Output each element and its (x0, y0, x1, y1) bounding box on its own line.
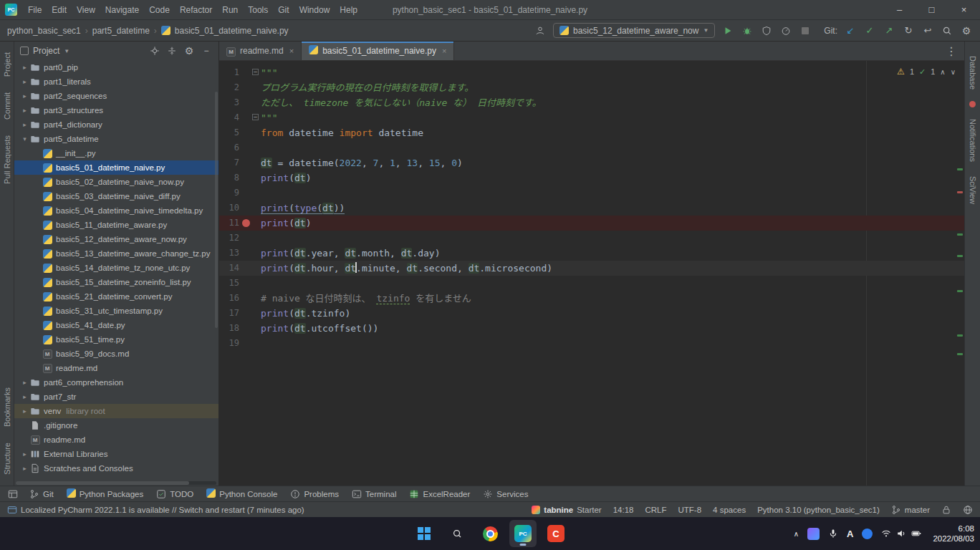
tree-chevron-icon[interactable]: ▾ (20, 135, 29, 143)
tree-item-part1-literals[interactable]: ▸part1_literals (14, 74, 218, 89)
tree-item-basic5-11-datetime-aware-py[interactable]: basic5_11_datetime_aware.py (14, 218, 218, 232)
tool-window-stripe-notifications[interactable]: Notifications (969, 119, 977, 162)
tree-item-part5-datetime[interactable]: ▾part5_datetime (14, 132, 218, 146)
tree-item-basic5-31-utc-timestamp-py[interactable]: basic5_31_utc_timestamp.py (14, 304, 218, 318)
network-volume-battery[interactable] (881, 529, 921, 539)
breadcrumb-item-part5-datetime[interactable]: part5_datetime (92, 26, 150, 36)
tree-item-part3-structures[interactable]: ▸part3_structures (14, 103, 218, 117)
start-button[interactable] (410, 520, 438, 547)
settings-icon[interactable]: ⚙ (960, 24, 973, 37)
tool-window-button-services[interactable]: Services (476, 486, 534, 501)
tree-item-basic5-14-datetime-tz-none-utc-py[interactable]: basic5_14_datetime_tz_none_utc.py (14, 261, 218, 275)
tree-item-basic5-21-datetime-convert-py[interactable]: basic5_21_datetime_convert.py (14, 289, 218, 304)
menu-help[interactable]: Help (335, 0, 362, 19)
indent-widget[interactable]: 4 spaces (713, 506, 746, 514)
fold-icon[interactable]: − (252, 69, 259, 75)
encoding-widget[interactable]: UTF-8 (678, 506, 702, 514)
lock-icon[interactable] (941, 505, 951, 515)
tree-item-external-libraries[interactable]: ▸External Libraries (14, 447, 218, 461)
maximize-button[interactable]: □ (916, 0, 948, 19)
tree-item-basic5-41-date-py[interactable]: basic5_41_date.py (14, 318, 218, 332)
rollback-button[interactable]: ↩ (921, 24, 934, 37)
code-text[interactable]: """ (261, 110, 277, 125)
error-stripe-mark[interactable] (957, 353, 963, 355)
interpreter-widget[interactable]: Python 3.10 (python_basic_sec1) (757, 506, 880, 514)
tool-window-stripe-commit[interactable]: Commit (3, 92, 11, 120)
taskbar-search-button[interactable] (443, 520, 471, 547)
gutter-line-10[interactable]: 10 (219, 201, 261, 216)
tree-item-readme-md[interactable]: Mreadme.md (14, 433, 218, 447)
error-stripe-mark[interactable] (957, 334, 963, 337)
tree-item-part2-sequences[interactable]: ▸part2_sequences (14, 89, 218, 103)
tab-close-icon[interactable]: × (442, 47, 446, 55)
tree-chevron-icon[interactable]: ▸ (20, 450, 29, 458)
menu-edit[interactable]: Edit (47, 0, 72, 19)
caret-position-widget[interactable]: 14:18 (613, 506, 634, 514)
prev-problem-icon[interactable]: ∧ (940, 68, 945, 76)
tree-item-basic5-02-datetime-naive-now-py[interactable]: basic5_02_datetime_naive_now.py (14, 175, 218, 189)
tab-options-icon[interactable]: ⋮ (938, 42, 964, 60)
tree-chevron-icon[interactable]: ▸ (20, 78, 29, 85)
stop-button[interactable] (799, 24, 812, 37)
menu-code[interactable]: Code (144, 0, 175, 19)
code-text[interactable]: ただし、 timezone を気にしない（naive な） 日付時刻です。 (261, 95, 542, 110)
next-problem-icon[interactable]: ∨ (951, 68, 956, 76)
hide-panel-icon[interactable]: − (200, 46, 213, 56)
ime-indicator[interactable]: A (847, 529, 853, 539)
tree-item-part6-comprehension[interactable]: ▸part6_comprehension (14, 375, 218, 390)
tree-item-basic5-15-datetime-zoneinfo-list-py[interactable]: basic5_15_datetime_zoneinfo_list.py (14, 275, 218, 289)
tool-window-stripe-structure[interactable]: Structure (3, 443, 11, 475)
code-text[interactable]: # naive な日付時刻は、 tzinfo を有しません (261, 291, 471, 306)
gutter-line-9[interactable]: 9 (219, 185, 261, 201)
error-stripe-mark[interactable] (957, 168, 963, 170)
refresh-button[interactable]: ↻ (902, 24, 915, 37)
menu-tools[interactable]: Tools (243, 0, 273, 19)
run-configuration-select[interactable]: basic5_12_datetime_aware_now ▼ (553, 23, 715, 38)
gutter-line-19[interactable]: 19 (219, 336, 261, 351)
menu-view[interactable]: View (72, 0, 100, 19)
tree-item-basic5-01-datetime-naive-py[interactable]: basic5_01_datetime_naive.py (14, 160, 218, 175)
tool-window-stripe-bookmarks[interactable]: Bookmarks (3, 387, 11, 427)
code-text[interactable]: from datetime import datetime (261, 125, 423, 140)
panel-settings-icon[interactable]: ⚙ (183, 45, 196, 57)
code-text[interactable]: print(dt.tzinfo) (261, 306, 350, 321)
gutter-line-8[interactable]: 8 (219, 170, 261, 185)
gutter-line-5[interactable]: 5 (219, 125, 261, 140)
error-stripe-mark[interactable] (957, 191, 963, 193)
menu-run[interactable]: Run (217, 0, 243, 19)
tool-window-stripe-pull-requests[interactable]: Pull Requests (3, 135, 11, 184)
tree-chevron-icon[interactable]: ▸ (20, 465, 29, 472)
gutter-line-6[interactable]: 6 (219, 140, 261, 155)
tree-item-venv[interactable]: ▸venvlibrary root (14, 404, 218, 418)
gutter-line-4[interactable]: 4− (219, 110, 261, 125)
gutter-line-17[interactable]: 17 (219, 306, 261, 321)
globe-icon[interactable] (963, 505, 973, 515)
tool-window-button-excelreader[interactable]: ExcelReader (403, 486, 476, 501)
breadcrumb-item-python-basic-sec1[interactable]: python_basic_sec1 (7, 26, 81, 36)
menu-refactor[interactable]: Refactor (175, 0, 217, 19)
close-button[interactable]: × (948, 0, 980, 19)
microphone-icon[interactable] (828, 529, 838, 539)
commit-button[interactable]: ✓ (863, 24, 876, 37)
tabnine-widget[interactable]: tabnine Starter (532, 506, 601, 514)
tree-chevron-icon[interactable]: ▸ (20, 379, 29, 386)
tree-item-part4-dictionary[interactable]: ▸part4_dictionary (14, 117, 218, 132)
tool-window-button-git[interactable]: Git (23, 486, 60, 501)
code-text[interactable]: print(dt.utcoffset()) (261, 321, 378, 336)
error-stripe-mark[interactable] (957, 233, 963, 236)
tool-window-button-problems[interactable]: Problems (284, 486, 345, 501)
project-horizontal-scrollbar[interactable] (16, 481, 216, 485)
taskbar-clock[interactable]: 6:08 2022/08/03 (933, 524, 974, 544)
tool-window-stripe-sciview[interactable]: SciView (969, 176, 977, 204)
tool-window-button-python-console[interactable]: Python Console (200, 486, 284, 501)
tree-item-readme-md[interactable]: Mreadme.md (14, 361, 218, 375)
tree-chevron-icon[interactable]: ▸ (20, 92, 29, 100)
code-text[interactable]: print(dt.hour, dt.minute, dt.second, dt.… (261, 261, 552, 276)
pycharm-app-icon[interactable]: PC (509, 520, 537, 547)
code-text[interactable]: print(dt) (261, 170, 311, 185)
editor-error-stripe[interactable] (956, 82, 964, 486)
gutter-line-15[interactable]: 15 (219, 276, 261, 291)
tree-item-basic5-03-datetime-naive-diff-py[interactable]: basic5_03_datetime_naive_diff.py (14, 189, 218, 203)
gutter-line-11[interactable]: 11 (219, 216, 261, 231)
tray-overflow-icon[interactable]: ∧ (794, 530, 799, 538)
